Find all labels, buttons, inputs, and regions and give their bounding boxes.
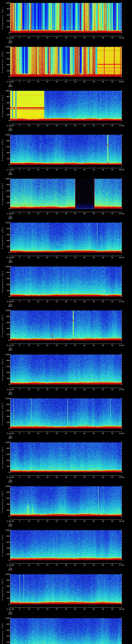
x-minute-label: 30 [65,476,67,478]
x-minute-label: 5 [19,476,20,478]
y-tick-label: 200 [4,202,10,204]
x-minute-label: 35 [74,81,76,83]
y-tick-label: 400 [4,592,10,593]
x-minute-label: 40 [84,301,86,302]
x-minute-label: 55 [111,389,113,390]
spectrogram-panel: Frequency (Hz) 02004006008001000 5:27:00… [0,571,132,615]
y-tick-label: 600 [4,454,10,455]
y-tick-label: 600 [4,586,10,587]
x-minute-label: 30 [65,257,67,258]
y-tick-label: 0 [4,76,10,78]
y-tick-label: 0 [4,340,10,341]
date-year-label: 2015 [8,306,12,307]
spectrogram-panel: Frequency (Hz) 02004006008001000 5:25:00… [0,484,132,527]
y-tick-label: 0 [4,252,10,254]
spectrogram-sequence-page: { "page": { "background": "#000000", "te… [0,0,132,644]
spectrogram-panel: Frequency (Hz) 02004006008001000 5:22:00… [0,352,132,396]
x-minute-label: 35 [74,169,76,171]
x-minute-label: 35 [74,564,76,566]
y-axis-title: Frequency (Hz) [2,578,4,600]
x-minute-label: 40 [84,257,86,258]
y-tick-label: 0 [4,428,10,429]
x-minute-label: 35 [74,301,76,302]
y-tick-label: 0 [4,120,10,122]
y-tick-label: 0 [4,472,10,473]
x-minute-label: 30 [65,345,67,346]
x-minute-label: 30 [65,389,67,390]
spectrogram-panel: Frequency (Hz) 02004006008001000 5:21:00… [0,308,132,352]
x-minute-label: 50 [102,169,104,171]
y-tick-label: 800 [4,580,10,581]
date-year-label: 2015 [8,613,12,615]
y-tick-label: 1000 [4,442,10,443]
x-minute-label: 50 [102,81,104,83]
x-minute-label: 55 [111,476,113,478]
x-minute-label: 5 [19,345,20,346]
y-axis-title: Frequency (Hz) [2,139,4,161]
y-tick-label: 600 [4,58,10,60]
y-tick-label: 600 [4,366,10,368]
x-minute-label: 50 [102,608,104,610]
x-minute-label: 5 [19,389,20,390]
x-minute-label: 30 [65,301,67,302]
y-tick-label: 0 [4,604,10,605]
y-axis-title: Frequency (Hz) [2,183,4,205]
y-axis-title: Frequency (Hz) [2,402,4,424]
date-year-label: 2015 [8,86,12,87]
x-minute-label: 55 [111,213,113,214]
y-tick-label: 200 [4,466,10,467]
x-minute-label: 15 [37,345,39,346]
x-minute-label: 5 [19,433,20,434]
y-tick-label: 800 [4,316,10,317]
x-minute-label: 30 [65,608,67,610]
y-tick-label: 600 [4,190,10,192]
date-year-label: 2015 [8,130,12,131]
y-tick-label: 400 [4,372,10,374]
x-minute-label: 20 [46,81,48,83]
y-tick-label: 800 [4,360,10,362]
x-minute-label: 25 [56,125,58,126]
x-minute-label: 40 [84,520,86,522]
y-tick-label: 200 [4,378,10,380]
x-minute-label: 30 [65,37,67,39]
y-axis-title: Frequency (Hz) [2,446,4,468]
x-minute-label: 25 [56,608,58,610]
x-minute-label: 20 [46,213,48,214]
x-minute-label: 35 [74,389,76,390]
y-tick-label: 800 [4,492,10,493]
x-minute-label: 50 [102,564,104,566]
y-tick-label: 0 [4,516,10,517]
y-tick-label: 800 [4,8,10,10]
y-tick-label: 200 [4,334,10,336]
y-tick-label: 800 [4,184,10,186]
y-tick-label: 400 [4,504,10,505]
x-minute-label: 55 [111,520,113,522]
x-minute-label: 25 [56,169,58,171]
y-tick-label: 600 [4,322,10,324]
x-minute-label: 25 [56,476,58,478]
x-minute-label: 10 [28,520,30,522]
x-minute-label: 10 [28,81,30,83]
y-axis-title: Frequency (Hz) [2,490,4,512]
x-minute-label: 15 [37,125,39,126]
x-minute-label: 5 [19,257,20,258]
x-minute-label: 40 [84,389,86,390]
x-minute-label: 10 [28,433,30,434]
x-minute-label: 45 [93,81,95,83]
y-tick-label: 400 [4,152,10,154]
y-tick-label: 400 [4,64,10,66]
x-minute-label: 45 [93,389,95,390]
y-tick-label: 800 [4,228,10,230]
x-minute-label: 50 [102,520,104,522]
spectrogram-panel: Frequency (Hz) 02004006008001000 5:28:00… [0,615,132,644]
y-tick-label: 800 [4,52,10,54]
y-tick-label: 200 [4,114,10,116]
x-minute-label: 30 [65,213,67,214]
x-minute-label: 20 [46,257,48,258]
y-tick-label: 400 [4,284,10,286]
y-tick-label: 800 [4,624,10,625]
y-tick-label: 0 [4,560,10,561]
x-minute-label: 15 [37,81,39,83]
y-tick-label: 1000 [4,530,10,531]
x-minute-label: 35 [74,257,76,258]
